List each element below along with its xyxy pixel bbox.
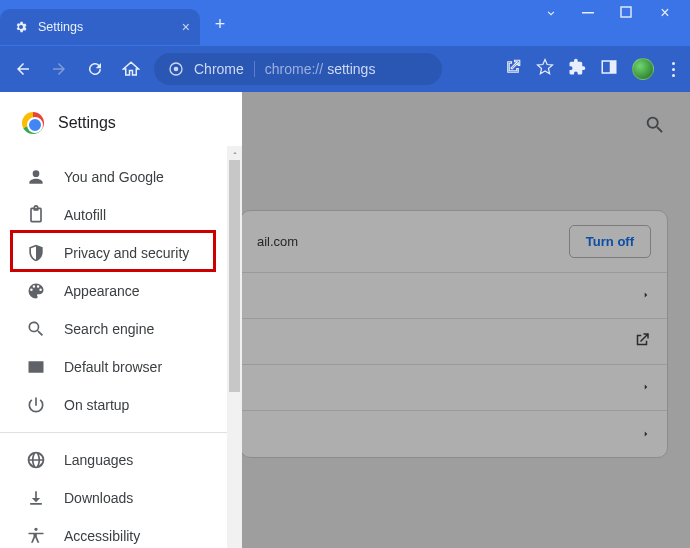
scrollbar-thumb[interactable]: [229, 160, 240, 392]
sidebar-item-on-startup[interactable]: On startup: [0, 386, 242, 424]
omnibox-path: settings: [327, 61, 375, 77]
window-controls: ×: [544, 0, 690, 20]
sidebar-item-label: You and Google: [64, 169, 164, 185]
browser-tab[interactable]: Settings ×: [0, 9, 200, 45]
omnibox[interactable]: Chrome chrome://settings: [154, 53, 442, 85]
sidebar-item-default-browser[interactable]: Default browser: [0, 348, 242, 386]
profile-avatar[interactable]: [632, 58, 654, 80]
omnibox-divider: [254, 61, 255, 77]
window-close-button[interactable]: ×: [658, 6, 672, 20]
back-button[interactable]: [8, 54, 38, 84]
sidebar-item-search-engine[interactable]: Search engine: [0, 310, 242, 348]
sidebar-item-appearance[interactable]: Appearance: [0, 272, 242, 310]
scrollbar-up-icon[interactable]: [227, 146, 242, 160]
svg-point-3: [174, 67, 179, 72]
settings-row[interactable]: [241, 319, 667, 365]
omnibox-scheme: chrome://: [265, 61, 323, 77]
globe-icon: [26, 450, 46, 470]
sidebar-item-label: On startup: [64, 397, 129, 413]
svg-rect-0: [582, 12, 594, 14]
chevron-right-icon: [641, 380, 651, 395]
sidebar-separator: [0, 432, 242, 433]
sidebar-item-privacy[interactable]: Privacy and security: [0, 234, 242, 272]
open-external-icon: [633, 331, 651, 352]
tab-title: Settings: [38, 20, 83, 34]
sidebar: Settings You and Google Autofill Privacy…: [0, 92, 242, 548]
browser-icon: [26, 357, 46, 377]
sidebar-item-label: Accessibility: [64, 528, 140, 544]
sidebar-title: Settings: [58, 114, 116, 132]
close-icon[interactable]: ×: [182, 19, 190, 35]
extensions-icon[interactable]: [568, 58, 586, 80]
person-icon: [26, 167, 46, 187]
minimize-button[interactable]: [582, 6, 596, 20]
forward-button[interactable]: [44, 54, 74, 84]
chrome-logo-icon: [22, 112, 44, 134]
sidebar-item-downloads[interactable]: Downloads: [0, 479, 242, 517]
palette-icon: [26, 281, 46, 301]
titlebar: Settings × + ×: [0, 0, 690, 46]
sidebar-header: Settings: [0, 92, 242, 150]
settings-row[interactable]: [241, 273, 667, 319]
share-icon[interactable]: [504, 58, 522, 80]
power-icon: [26, 395, 46, 415]
download-icon: [26, 488, 46, 508]
toolbar-right: [504, 58, 682, 80]
svg-rect-1: [621, 7, 631, 17]
chrome-icon: [168, 61, 184, 77]
sidebar-item-label: Languages: [64, 452, 133, 468]
bookmark-icon[interactable]: [536, 58, 554, 80]
sidebar-item-autofill[interactable]: Autofill: [0, 196, 242, 234]
sidebar-scrollbar[interactable]: [227, 146, 242, 548]
sidebar-item-languages[interactable]: Languages: [0, 441, 242, 479]
gear-icon: [14, 20, 28, 34]
home-button[interactable]: [116, 54, 146, 84]
new-tab-button[interactable]: +: [206, 10, 234, 38]
kebab-menu-icon[interactable]: [672, 62, 676, 77]
account-row[interactable]: ail.com Turn off: [241, 211, 667, 273]
sidebar-item-label: Search engine: [64, 321, 154, 337]
reload-button[interactable]: [80, 54, 110, 84]
accessibility-icon: [26, 526, 46, 546]
sidebar-item-label: Autofill: [64, 207, 106, 223]
clipboard-icon: [26, 205, 46, 225]
account-email-fragment: ail.com: [257, 234, 298, 249]
toolbar: Chrome chrome://settings: [0, 46, 690, 92]
chevron-down-icon[interactable]: [544, 6, 558, 20]
sidebar-item-accessibility[interactable]: Accessibility: [0, 517, 242, 548]
search-icon: [26, 319, 46, 339]
chevron-right-icon: [641, 288, 651, 303]
chevron-right-icon: [641, 427, 651, 442]
maximize-button[interactable]: [620, 6, 634, 20]
svg-rect-5: [610, 61, 616, 73]
settings-search-button[interactable]: [644, 114, 666, 140]
sidebar-item-label: Privacy and security: [64, 245, 189, 261]
sidebar-item-label: Appearance: [64, 283, 140, 299]
settings-row[interactable]: [241, 365, 667, 411]
omnibox-prefix: Chrome: [194, 61, 244, 77]
sidebar-item-label: Downloads: [64, 490, 133, 506]
shield-icon: [26, 243, 46, 263]
settings-card: ail.com Turn off: [240, 210, 668, 458]
sidebar-list: You and Google Autofill Privacy and secu…: [0, 150, 242, 548]
settings-row[interactable]: [241, 411, 667, 457]
turn-off-button[interactable]: Turn off: [569, 225, 651, 258]
sidebar-item-you-and-google[interactable]: You and Google: [0, 158, 242, 196]
content-area: ail.com Turn off Settings You and Google…: [0, 92, 690, 548]
sidebar-item-label: Default browser: [64, 359, 162, 375]
panel-icon[interactable]: [600, 58, 618, 80]
